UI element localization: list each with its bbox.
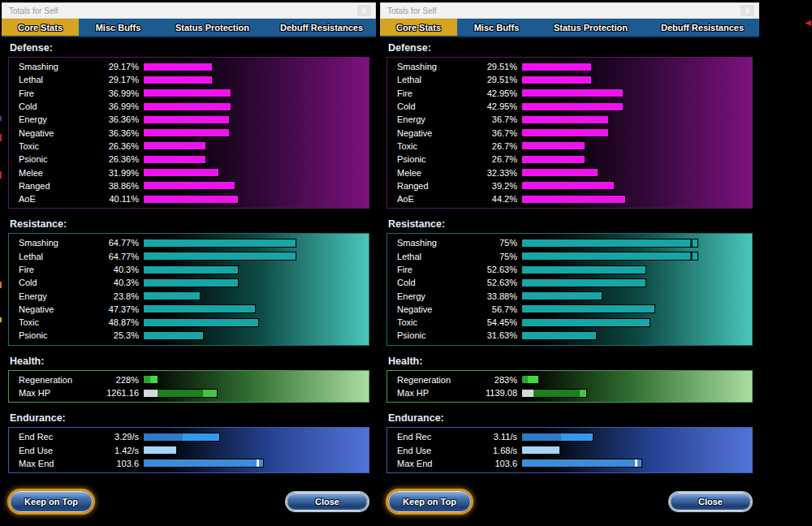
tab-debuff-resistances[interactable]: Debuff Resistances bbox=[646, 19, 759, 36]
stat-bar-segment bbox=[522, 63, 591, 71]
stat-bar-segment bbox=[259, 459, 263, 467]
stat-value: 42.95% bbox=[478, 101, 517, 111]
stat-row-energy: Energy23.8% bbox=[9, 289, 369, 302]
stat-bar-segment bbox=[522, 292, 602, 300]
stat-label: AoE bbox=[397, 194, 478, 204]
stat-bar-segment bbox=[144, 196, 238, 203]
stat-bar-segment bbox=[144, 376, 150, 383]
stat-row-cold: Cold52.63% bbox=[387, 276, 752, 289]
close-button[interactable]: Close bbox=[670, 493, 751, 511]
stat-row-end-use: End Use1.68/s bbox=[387, 444, 752, 457]
window-body: Defense:Smashing29.17%Lethal29.17%Fire36… bbox=[2, 42, 376, 512]
stat-bar-segment bbox=[144, 63, 212, 71]
stat-row-melee: Melee31.99% bbox=[9, 166, 369, 179]
screen-edge-artifact bbox=[0, 171, 2, 179]
tab-status-protection[interactable]: Status Protection bbox=[158, 19, 267, 36]
close-button[interactable]: Close bbox=[287, 493, 368, 511]
stat-bar-segment bbox=[183, 433, 219, 441]
tab-core-stats[interactable]: Core Stats bbox=[2, 19, 79, 36]
stat-bar-segment bbox=[522, 266, 646, 274]
stat-bar-segment bbox=[144, 129, 229, 136]
stat-bar-segment bbox=[144, 89, 231, 97]
stat-bar bbox=[143, 141, 206, 150]
section-header-defense: Defense: bbox=[388, 42, 759, 54]
stat-value: 40.3% bbox=[100, 278, 139, 287]
stat-row-fire: Fire40.3% bbox=[9, 263, 369, 276]
title-bar[interactable]: Totals for Self x bbox=[380, 2, 759, 19]
stat-label: Fire bbox=[397, 265, 478, 274]
stat-bar bbox=[143, 291, 201, 300]
stat-row-toxic: Toxic26.36% bbox=[9, 140, 369, 153]
stat-row-fire: Fire52.63% bbox=[387, 263, 752, 276]
stat-bar-segment bbox=[144, 446, 176, 454]
stat-bar bbox=[521, 446, 560, 455]
stat-row-toxic: Toxic26.7% bbox=[387, 140, 752, 153]
stat-value: 75% bbox=[478, 252, 517, 261]
stat-row-cold: Cold36.99% bbox=[9, 100, 369, 113]
tab-misc-buffs[interactable]: Misc Buffs bbox=[457, 19, 536, 36]
stat-value: 26.36% bbox=[100, 154, 139, 164]
stat-value: 64.77% bbox=[100, 252, 139, 261]
stat-bar-segment bbox=[637, 459, 641, 467]
resistance-panel: Smashing75%Lethal75%Fire52.63%Cold52.63%… bbox=[387, 233, 753, 345]
stat-row-energy: Energy36.36% bbox=[9, 113, 369, 126]
stat-bar-segment bbox=[522, 433, 561, 441]
stat-row-fire: Fire42.95% bbox=[387, 87, 752, 100]
stat-value: 26.36% bbox=[100, 141, 139, 151]
stat-bar-segment bbox=[561, 433, 593, 441]
tab-core-stats[interactable]: Core Stats bbox=[380, 19, 457, 36]
tab-status-protection[interactable]: Status Protection bbox=[536, 19, 646, 36]
stat-bar-segment bbox=[522, 376, 528, 383]
stat-bar-segment bbox=[144, 305, 255, 313]
stat-bar-segment bbox=[533, 390, 580, 397]
keep-on-top-button[interactable]: Keep on Top bbox=[388, 491, 471, 512]
stat-row-lethal: Lethal75% bbox=[387, 250, 752, 263]
stat-row-max-end: Max End103.6 bbox=[387, 457, 752, 470]
stat-label: Smashing bbox=[19, 62, 100, 71]
close-icon[interactable]: x bbox=[357, 5, 371, 16]
tab-bar: Core StatsMisc BuffsStatus ProtectionDeb… bbox=[2, 19, 376, 37]
stat-label: Energy bbox=[397, 291, 478, 301]
stat-bar bbox=[521, 102, 624, 111]
button-row: Keep on TopClose bbox=[388, 491, 751, 512]
stat-row-lethal: Lethal29.17% bbox=[9, 73, 369, 86]
close-icon[interactable]: x bbox=[741, 5, 754, 16]
stat-label: Toxic bbox=[397, 141, 478, 151]
stat-label: Max End bbox=[19, 459, 100, 468]
stat-row-ranged: Ranged38.86% bbox=[9, 179, 369, 192]
stat-bar-segment bbox=[144, 266, 238, 274]
stat-row-smashing: Smashing75% bbox=[387, 236, 752, 249]
stat-bar-segment bbox=[144, 103, 231, 110]
stat-bar-segment bbox=[144, 292, 200, 300]
stat-value: 36.36% bbox=[100, 114, 139, 124]
stat-row-ranged: Ranged39.2% bbox=[387, 179, 752, 192]
stat-row-end-use: End Use1.42/s bbox=[9, 444, 369, 457]
stat-row-regeneration: Regeneration283% bbox=[387, 373, 752, 386]
stat-bar-segment bbox=[144, 76, 212, 84]
section-defense: Defense:Smashing29.17%Lethal29.17%Fire36… bbox=[2, 42, 376, 209]
stat-value: 38.86% bbox=[100, 181, 139, 191]
stat-value: 23.8% bbox=[100, 291, 139, 301]
keep-on-top-button[interactable]: Keep on Top bbox=[10, 491, 93, 512]
stat-bar bbox=[521, 331, 597, 340]
stat-bar bbox=[143, 115, 230, 124]
stat-label: Fire bbox=[397, 88, 478, 98]
stat-label: Melee bbox=[19, 168, 100, 178]
tab-misc-buffs[interactable]: Misc Buffs bbox=[79, 19, 158, 36]
totals-window-right: Totals for Self x Core StatsMisc BuffsSt… bbox=[380, 2, 759, 520]
title-bar[interactable]: Totals for Self x bbox=[2, 2, 376, 19]
stat-bar bbox=[521, 318, 650, 327]
tab-debuff-resistances[interactable]: Debuff Resistances bbox=[267, 19, 376, 36]
stat-value: 103.6 bbox=[478, 459, 517, 468]
stat-bar bbox=[521, 155, 585, 164]
stat-bar-segment bbox=[144, 459, 257, 467]
stat-value: 64.77% bbox=[100, 238, 139, 248]
stat-bar bbox=[521, 181, 615, 190]
stat-bar-segment bbox=[580, 390, 586, 397]
stat-bar bbox=[143, 389, 218, 398]
stat-label: Energy bbox=[397, 114, 478, 124]
stat-bar bbox=[521, 291, 603, 300]
section-defense: Defense:Smashing29.51%Lethal29.51%Fire42… bbox=[380, 42, 759, 209]
stat-bar-segment bbox=[150, 376, 158, 383]
stat-value: 32.33% bbox=[478, 168, 517, 178]
